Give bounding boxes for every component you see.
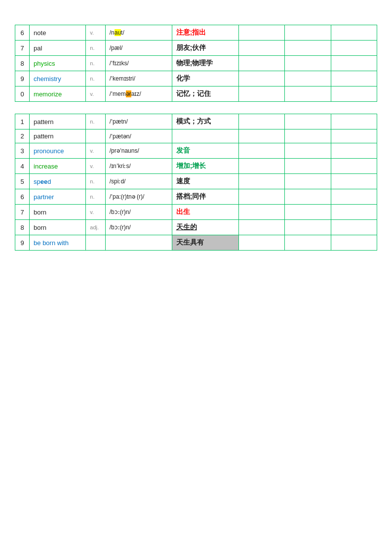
- extra-cell: [285, 41, 331, 56]
- row-number: 0: [15, 86, 30, 102]
- table-row: 4increasev./ɪnˈkriːs/增加;增长: [15, 159, 377, 174]
- extra-cell: [285, 71, 331, 86]
- row-pos: [86, 129, 105, 143]
- extra-cell: [238, 220, 284, 235]
- extra-cell: [238, 86, 284, 102]
- row-meaning: 搭档;同伴: [172, 189, 238, 205]
- row-phonetic: [105, 235, 172, 251]
- row-number: 6: [15, 25, 30, 41]
- row-pos: n.: [86, 189, 105, 205]
- extra-cell: [331, 159, 377, 174]
- extra-cell: [285, 114, 331, 129]
- extra-cell: [285, 235, 331, 251]
- extra-cell: [331, 235, 377, 251]
- row-pos: v.: [86, 143, 105, 159]
- row-meaning: 增加;增长: [172, 159, 238, 174]
- row-meaning: 发音: [172, 143, 238, 159]
- row-meaning: [172, 129, 238, 143]
- table-row: 7bornv./bɔː(r)n/出生: [15, 205, 377, 220]
- row-word: born: [30, 220, 86, 235]
- row-meaning: 朋友;伙伴: [172, 41, 238, 56]
- row-word: increase: [30, 159, 86, 174]
- row-meaning: 模式；方式: [172, 114, 238, 129]
- extra-cell: [331, 56, 377, 71]
- extra-cell: [238, 205, 284, 220]
- row-number: 7: [15, 41, 30, 56]
- row-number: 6: [15, 189, 30, 205]
- row-number: 5: [15, 174, 30, 189]
- extra-cell: [238, 143, 284, 159]
- row-number: 2: [15, 129, 30, 143]
- row-word: physics: [30, 56, 86, 71]
- extra-cell: [238, 71, 284, 86]
- row-phonetic: /ɪnˈkriːs/: [105, 159, 172, 174]
- row-phonetic: /ˈpætən/: [105, 129, 172, 143]
- table-row: 1patternn./ˈpætn/模式；方式: [15, 114, 377, 129]
- row-phonetic: /ˈfɪzɪks/: [105, 56, 172, 71]
- extra-cell: [238, 25, 284, 41]
- extra-cell: [331, 114, 377, 129]
- row-pos: n.: [86, 56, 105, 71]
- extra-cell: [285, 129, 331, 143]
- row-phonetic: /naut/: [105, 25, 172, 41]
- extra-cell: [285, 86, 331, 102]
- row-phonetic: /ˈkemɪstri/: [105, 71, 172, 86]
- table-row: 0memorizev./ˈmeməraɪz/记忆；记住: [15, 86, 377, 102]
- row-meaning: 注意;指出: [172, 25, 238, 41]
- row-pos: v.: [86, 25, 105, 41]
- row-pos: adj.: [86, 220, 105, 235]
- row-pos: v.: [86, 159, 105, 174]
- table-row: 9be born with天生具有: [15, 235, 377, 251]
- row-phonetic: /bɔː(r)n/: [105, 220, 172, 235]
- extra-cell: [238, 41, 284, 56]
- table-row: 3pronouncev./prəˈnauns/发音: [15, 143, 377, 159]
- table-row: 8bornadj./bɔː(r)n/天生的: [15, 220, 377, 235]
- extra-cell: [285, 143, 331, 159]
- extra-cell: [285, 25, 331, 41]
- table-row: 7paln./pæl/朋友;伙伴: [15, 41, 377, 56]
- extra-cell: [238, 56, 284, 71]
- table-row: 6partnern./ˈpa:(r)tnə (r)/搭档;同伴: [15, 189, 377, 205]
- row-word: pal: [30, 41, 86, 56]
- row-pos: n.: [86, 71, 105, 86]
- row-phonetic: /bɔː(r)n/: [105, 205, 172, 220]
- extra-cell: [331, 25, 377, 41]
- table-row: 6notev./naut/注意;指出: [15, 25, 377, 41]
- row-word: note: [30, 25, 86, 41]
- extra-cell: [331, 189, 377, 205]
- extra-cell: [238, 189, 284, 205]
- row-phonetic: /prəˈnauns/: [105, 143, 172, 159]
- row-number: 4: [15, 159, 30, 174]
- extra-cell: [331, 129, 377, 143]
- row-phonetic: /spiːd/: [105, 174, 172, 189]
- row-phonetic: /pæl/: [105, 41, 172, 56]
- vocab-table-2: 1patternn./ˈpætn/模式；方式2pattern/ˈpætən/3p…: [15, 114, 377, 251]
- extra-cell: [285, 189, 331, 205]
- row-word: partner: [30, 189, 86, 205]
- extra-cell: [238, 174, 284, 189]
- tables-container: 6notev./naut/注意;指出7paln./pæl/朋友;伙伴8physi…: [15, 25, 377, 251]
- row-word: be born with: [30, 235, 86, 251]
- row-word: memorize: [30, 86, 86, 102]
- extra-cell: [331, 205, 377, 220]
- row-meaning: 出生: [172, 205, 238, 220]
- row-phonetic: /ˈmeməraɪz/: [105, 86, 172, 102]
- extra-cell: [285, 174, 331, 189]
- row-phonetic: /ˈpætn/: [105, 114, 172, 129]
- extra-cell: [331, 174, 377, 189]
- extra-cell: [285, 220, 331, 235]
- row-word: pattern: [30, 114, 86, 129]
- table-row: 2pattern/ˈpætən/: [15, 129, 377, 143]
- row-meaning: 天生的: [172, 220, 238, 235]
- row-phonetic: /ˈpa:(r)tnə (r)/: [105, 189, 172, 205]
- row-meaning: 物理;物理学: [172, 56, 238, 71]
- row-pos: v.: [86, 86, 105, 102]
- extra-cell: [285, 159, 331, 174]
- extra-cell: [238, 129, 284, 143]
- extra-cell: [331, 41, 377, 56]
- row-pos: v.: [86, 205, 105, 220]
- row-word: born: [30, 205, 86, 220]
- row-number: 8: [15, 56, 30, 71]
- row-number: 9: [15, 235, 30, 251]
- row-meaning: 天生具有: [172, 235, 238, 251]
